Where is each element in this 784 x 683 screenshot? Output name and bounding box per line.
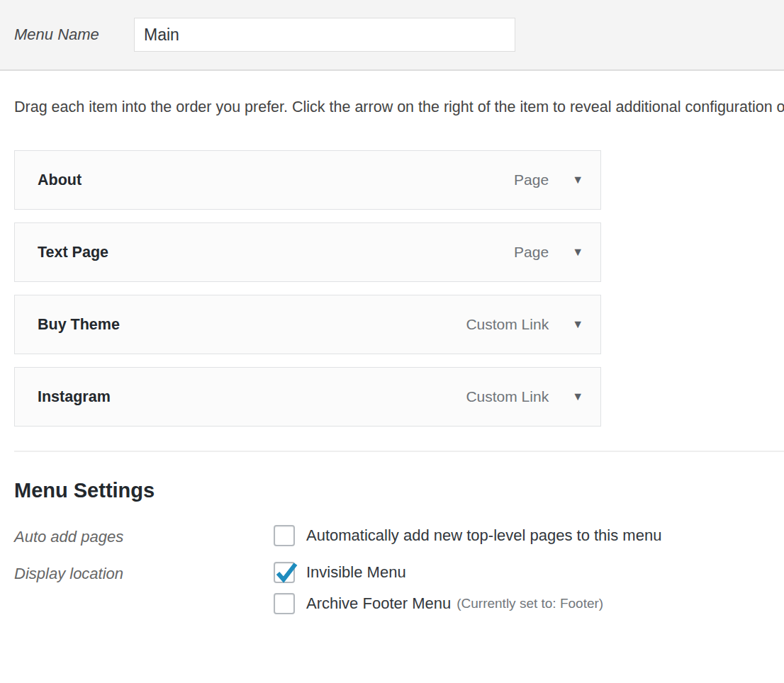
menu-settings-heading: Menu Settings	[14, 479, 784, 502]
dropdown-arrow-icon[interactable]: ▼	[572, 319, 583, 330]
auto-add-checkbox[interactable]	[274, 525, 295, 546]
menu-item-text-page[interactable]: Text Page Page ▼	[14, 222, 601, 282]
menu-name-input[interactable]	[134, 18, 515, 52]
location-option-archive-footer-menu[interactable]: Archive Footer Menu (Currently set to: F…	[274, 593, 603, 614]
menu-item-title: Instagram	[38, 388, 466, 406]
archive-footer-menu-checkbox[interactable]	[274, 593, 295, 614]
menu-name-bar: Menu Name	[0, 0, 784, 71]
section-divider	[14, 451, 784, 452]
display-location-row: Display location Invisible Menu	[14, 562, 784, 614]
dropdown-arrow-icon[interactable]: ▼	[572, 174, 583, 186]
menu-item-type: Page	[514, 171, 549, 188]
display-location-label: Display location	[14, 562, 274, 583]
menu-settings: Auto add pages Automatically add new top…	[14, 525, 784, 614]
dropdown-arrow-icon[interactable]: ▼	[572, 391, 583, 402]
dropdown-arrow-icon[interactable]: ▼	[572, 247, 583, 258]
check-icon	[274, 560, 299, 585]
location-option-invisible-menu[interactable]: Invisible Menu	[274, 562, 603, 583]
currently-set-note: (Currently set to: Footer)	[457, 596, 603, 611]
menu-item-buy-theme[interactable]: Buy Theme Custom Link ▼	[14, 295, 601, 354]
archive-footer-menu-label: Archive Footer Menu	[306, 594, 451, 613]
invisible-menu-label: Invisible Menu	[306, 563, 406, 582]
auto-add-checkbox-label: Automatically add new top-level pages to…	[306, 526, 661, 545]
drag-instructions: Drag each item into the order you prefer…	[14, 71, 784, 117]
auto-add-pages-option[interactable]: Automatically add new top-level pages to…	[274, 525, 661, 546]
menu-name-label: Menu Name	[14, 26, 134, 44]
menu-item-type: Page	[514, 244, 549, 261]
menu-item-type: Custom Link	[466, 316, 549, 333]
menu-item-type: Custom Link	[466, 388, 549, 405]
menu-item-instagram[interactable]: Instagram Custom Link ▼	[14, 367, 601, 427]
menu-item-about[interactable]: About Page ▼	[14, 150, 601, 210]
auto-add-pages-row: Auto add pages Automatically add new top…	[14, 525, 784, 546]
menu-item-title: About	[38, 171, 514, 189]
menu-item-list: About Page ▼ Text Page Page ▼ Buy Theme …	[14, 150, 601, 427]
auto-add-pages-label: Auto add pages	[14, 525, 274, 546]
invisible-menu-checkbox[interactable]	[274, 562, 295, 583]
menu-item-title: Text Page	[38, 244, 514, 261]
menu-editor-body: Drag each item into the order you prefer…	[0, 71, 784, 614]
menu-item-title: Buy Theme	[38, 316, 466, 334]
